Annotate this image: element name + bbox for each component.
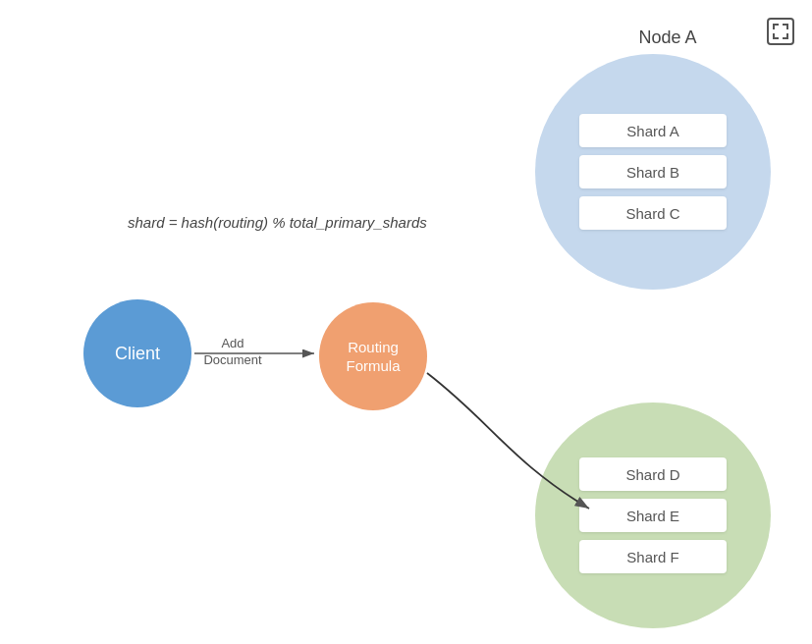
shard-e-box: Shard E <box>579 499 727 532</box>
arrow-label: AddDocument <box>198 336 267 369</box>
shard-b-box: Shard B <box>579 155 727 188</box>
routing-formula-node: RoutingFormula <box>319 302 427 410</box>
expand-button[interactable] <box>767 18 794 45</box>
shard-f-box: Shard F <box>579 540 727 573</box>
node-b-circle: Shard D Shard E Shard F <box>535 402 771 628</box>
diagram-container: shard = hash(routing) % total_primary_sh… <box>0 0 812 644</box>
shard-d-box: Shard D <box>579 457 727 491</box>
shard-c-box: Shard C <box>579 196 727 230</box>
formula-text: shard = hash(routing) % total_primary_sh… <box>128 214 427 231</box>
node-a-circle: Shard A Shard B Shard C <box>535 54 771 290</box>
node-a-label: Node A <box>569 27 766 48</box>
shard-a-box: Shard A <box>579 114 727 147</box>
client-node: Client <box>83 299 191 407</box>
